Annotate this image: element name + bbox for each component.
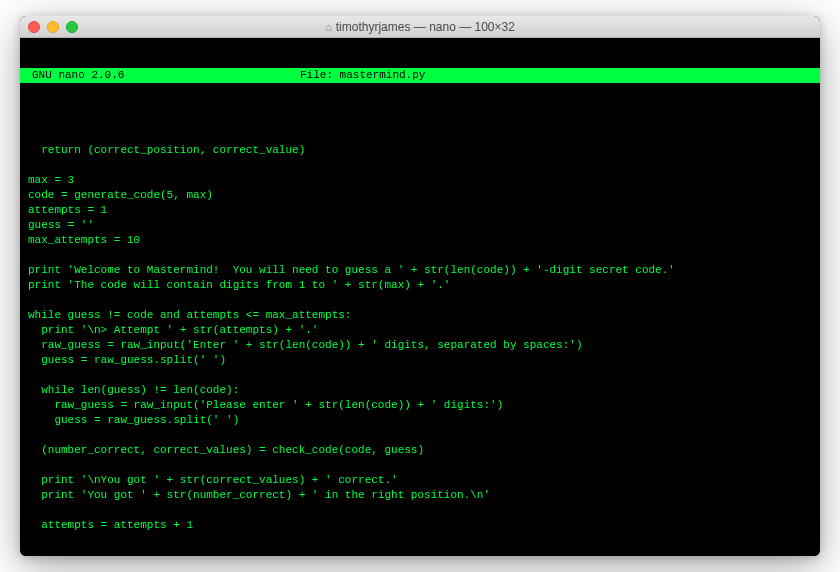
code-line: guess = raw_guess.split(' ') xyxy=(24,413,816,428)
code-line: attempts = 1 xyxy=(24,203,816,218)
code-line: (number_correct, correct_values) = check… xyxy=(24,443,816,458)
code-line: guess = '' xyxy=(24,218,816,233)
code-line xyxy=(24,128,816,143)
code-line: return (correct_position, correct_value) xyxy=(24,143,816,158)
window-title: ⌂ timothyrjames — nano — 100×32 xyxy=(20,20,820,34)
window-title-text: timothyrjames — nano — 100×32 xyxy=(336,20,515,34)
code-line: max_attempts = 10 xyxy=(24,233,816,248)
code-line xyxy=(24,248,816,263)
code-line: print 'The code will contain digits from… xyxy=(24,278,816,293)
terminal-window: ⌂ timothyrjames — nano — 100×32 GNU nano… xyxy=(20,16,820,556)
code-line: raw_guess = raw_input('Please enter ' + … xyxy=(24,398,816,413)
code-line xyxy=(24,158,816,173)
code-line: code = generate_code(5, max) xyxy=(24,188,816,203)
code-line: guess = raw_guess.split(' ') xyxy=(24,353,816,368)
code-line xyxy=(24,293,816,308)
home-icon: ⌂ xyxy=(325,21,332,33)
nano-header: GNU nano 2.0.6 File: mastermind.py xyxy=(20,68,820,83)
code-line: while guess != code and attempts <= max_… xyxy=(24,308,816,323)
code-line: print '\nYou got ' + str(correct_values)… xyxy=(24,473,816,488)
code-line: while len(guess) != len(code): xyxy=(24,383,816,398)
code-line: raw_guess = raw_input('Enter ' + str(len… xyxy=(24,338,816,353)
nano-file: File: mastermind.py xyxy=(300,68,820,83)
code-line xyxy=(24,503,816,518)
code-line: print '\n> Attempt ' + str(attempts) + '… xyxy=(24,323,816,338)
titlebar: ⌂ timothyrjames — nano — 100×32 xyxy=(20,16,820,38)
nano-version: GNU nano 2.0.6 xyxy=(20,68,300,83)
editor-content[interactable]: return (correct_position, correct_value)… xyxy=(20,128,820,533)
code-line: attempts = attempts + 1 xyxy=(24,518,816,533)
terminal-body[interactable]: GNU nano 2.0.6 File: mastermind.py retur… xyxy=(20,38,820,556)
code-line: print 'You got ' + str(number_correct) +… xyxy=(24,488,816,503)
code-line: print 'Welcome to Mastermind! You will n… xyxy=(24,263,816,278)
code-line xyxy=(24,368,816,383)
code-line: max = 3 xyxy=(24,173,816,188)
code-line xyxy=(24,428,816,443)
code-line xyxy=(24,458,816,473)
